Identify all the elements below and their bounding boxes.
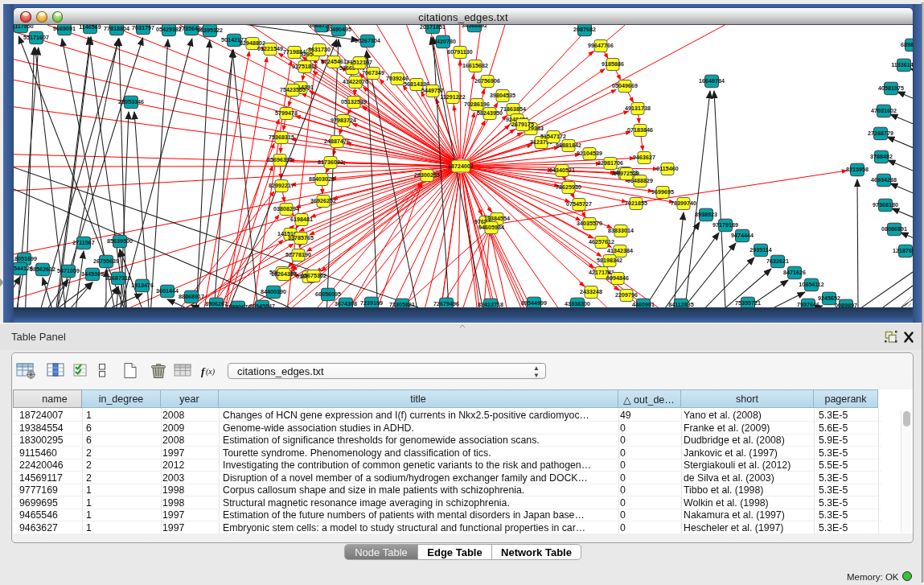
svg-text:82992217: 82992217 [269,182,294,189]
svg-text:98881842: 98881842 [556,142,581,149]
svg-text:58198342: 58198342 [597,257,622,264]
svg-text:5471059: 5471059 [57,267,80,274]
svg-text:91751816: 91751816 [292,63,318,70]
svg-text:5799478: 5799478 [275,109,298,117]
svg-text:3631730: 3631730 [308,46,331,53]
svg-text:75368315: 75368315 [269,134,294,141]
svg-text:04605984: 04605984 [478,224,504,231]
svg-text:24887476: 24887476 [324,138,350,145]
svg-text:04340521: 04340521 [549,167,575,174]
svg-text:1146569: 1146569 [79,25,101,31]
svg-text:28300295: 28300295 [414,171,440,179]
svg-text:4460901: 4460901 [632,301,655,307]
svg-text:11336148: 11336148 [891,61,913,68]
svg-text:26755639: 26755639 [93,257,119,265]
svg-text:7067349: 7067349 [362,69,384,76]
svg-text:36926252: 36926252 [310,197,336,204]
svg-text:8906267: 8906267 [205,300,228,307]
svg-text:26756906: 26756906 [474,77,500,84]
svg-text:7239109: 7239109 [360,299,383,307]
svg-text:03221549: 03221549 [257,45,283,52]
svg-text:6898575: 6898575 [901,41,913,48]
svg-text:58562632: 58562632 [30,266,55,273]
svg-text:7031797: 7031797 [132,25,154,31]
svg-text:2087682: 2087682 [573,26,596,33]
svg-text:0994846: 0994846 [606,274,629,282]
svg-text:84400390: 84400390 [261,288,286,295]
svg-text:18724007: 18724007 [448,163,474,170]
svg-text:52778190: 52778190 [285,251,311,258]
svg-text:71305821: 71305821 [389,301,415,307]
svg-text:41342384: 41342384 [607,247,633,254]
svg-text:66056095: 66056095 [315,290,341,298]
svg-text:8471626: 8471626 [783,269,806,276]
svg-text:2209796: 2209796 [615,291,638,299]
svg-text:46257612: 46257612 [589,238,614,245]
svg-text:22981706: 22981706 [598,159,623,167]
svg-text:3788482: 3788482 [870,153,893,160]
svg-text:10490495: 10490495 [326,26,351,33]
svg-text:07545727: 07545727 [566,200,592,208]
svg-text:9463627: 9463627 [633,154,655,161]
svg-text:43338300: 43338300 [565,300,590,307]
svg-text:7719884: 7719884 [283,48,306,56]
svg-text:2935114: 2935114 [749,246,772,253]
svg-text:97368180: 97368180 [873,201,898,208]
svg-text:0089897: 0089897 [835,302,857,307]
svg-text:58243950: 58243950 [477,109,503,117]
svg-text:97179189: 97179189 [713,221,738,229]
svg-text:10654112: 10654112 [799,281,824,288]
svg-text:18264327: 18264327 [271,270,297,278]
svg-text:49131738: 49131738 [625,105,651,112]
svg-text:39804535: 39804535 [490,92,515,99]
svg-text:71512167: 71512167 [347,59,372,66]
svg-text:78990676: 78990676 [225,303,251,307]
svg-text:51547172: 51547172 [540,133,566,140]
svg-text:1913476: 1913476 [131,282,154,289]
svg-text:41422070: 41422070 [343,78,368,85]
svg-text:70286196: 70286196 [464,101,490,108]
svg-text:83833014: 83833014 [608,227,634,234]
svg-text:2679175: 2679175 [511,121,534,128]
svg-text:82423718: 82423718 [478,301,503,307]
svg-text:97983724: 97983724 [331,117,356,124]
svg-text:52117850: 52117850 [14,25,34,30]
svg-text:3601444: 3601444 [156,287,179,295]
svg-text:84112835: 84112835 [668,301,694,307]
svg-text:27288779: 27288779 [868,130,893,137]
svg-text:9699695: 9699695 [651,188,674,196]
svg-text:47031602: 47031602 [871,107,897,114]
svg-text:7937646: 7937646 [797,301,819,307]
svg-text:40581075: 40581075 [878,84,904,92]
svg-text:71863854: 71863854 [500,105,526,113]
svg-text:99647766: 99647766 [588,42,614,49]
svg-text:(x): (x) [206,367,216,377]
svg-text:33785765: 33785765 [288,234,314,241]
svg-text:88868917: 88868917 [179,293,204,300]
svg-text:55171607: 55171607 [23,34,49,41]
svg-text:16648784: 16648784 [699,77,725,84]
svg-text:12187664: 12187664 [893,247,913,254]
svg-text:36395322: 36395322 [197,27,223,34]
svg-text:88403075: 88403075 [309,175,335,183]
svg-text:37420780: 37420780 [430,38,456,45]
svg-text:28053346: 28053346 [118,98,144,105]
svg-text:9669091: 9669091 [53,25,76,32]
svg-text:81687316: 81687316 [105,274,131,282]
svg-text:78625930: 78625930 [556,183,581,191]
svg-text:77818804: 77818804 [104,25,129,32]
svg-text:85639500: 85639500 [107,237,133,245]
svg-text:3445369: 3445369 [81,270,104,278]
svg-text:86945847: 86945847 [249,303,275,307]
svg-text:72679496: 72679496 [433,300,459,307]
svg-text:46934288: 46934288 [871,176,897,183]
svg-text:90972529: 90972529 [614,170,639,177]
svg-text:7021855: 7021855 [625,200,647,207]
svg-text:34035570: 34035570 [577,220,602,227]
svg-text:9185886: 9185886 [602,60,624,68]
svg-text:19384554: 19384554 [484,215,510,222]
svg-text:75355721: 75355721 [735,299,761,307]
svg-text:05049669: 05049669 [612,82,638,89]
svg-text:8938923: 8938923 [695,211,717,218]
svg-text:05132539: 05132539 [341,98,367,105]
